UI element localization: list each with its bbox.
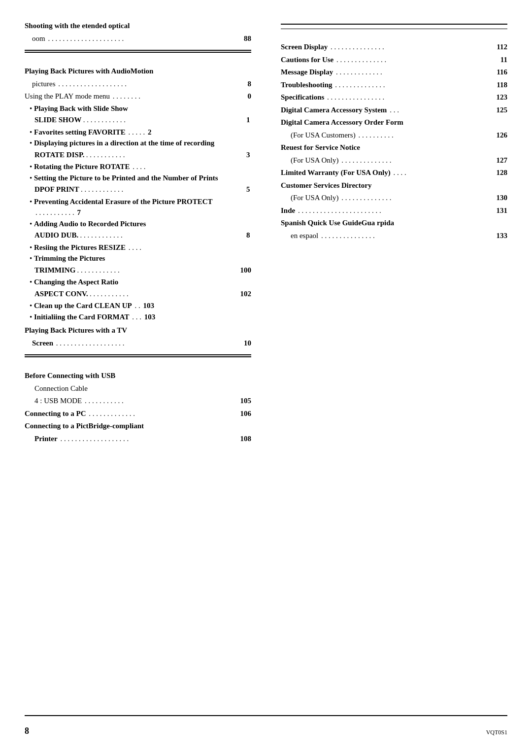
troubleshooting-page: 118 [497,79,507,92]
bullet-dpof: Setting the Picture to be Printed and th… [25,172,251,196]
right-entry-screen-display: Screen Display . . . . . . . . . . . . .… [281,41,507,54]
printer-label: Printer [34,433,58,446]
pictbridge-label: Connecting to a PictBridge-compliant [25,420,144,433]
aspect-dots: . . . . . . . . . . . . [88,288,245,301]
usa-only-1-dots: . . . . . . . . . . . . . . [339,154,497,167]
format-page: 103 [144,313,156,321]
trimming-dots: . . . . . . . . . . . . . [75,264,245,277]
right-entry-cautions: Cautions for Use . . . . . . . . . . . .… [281,54,507,67]
right-entry-inde: Inde . . . . . . . . . . . . . . . . . .… [281,205,507,217]
aspect-page: 102 [245,288,252,301]
accessory-system-dots: . . . [387,104,496,117]
slide-show-dots: . . . . . . . . . . . . . [81,114,251,127]
en-espaol-page: 133 [497,230,508,242]
divider-mid-left [25,354,251,357]
bullet-slide-show-text: Playing Back with Slide Show [34,104,128,112]
page-number: 8 [25,726,29,736]
left-column: Shooting with the etended optical oom . … [25,20,266,450]
bullet-format: Initialiing the Card FORMAT . . . 103 [25,311,251,323]
usa-only-1-label: (For USA Only) [291,154,339,167]
right-entry-usa-only-1: (For USA Only) . . . . . . . . . . . . .… [281,154,507,167]
connecting-pc-dots: . . . . . . . . . . . . . [86,408,240,420]
bullet-aspect-text: Changing the Aspect Ratio [34,278,118,286]
right-entry-specifications: Specifications . . . . . . . . . . . . .… [281,91,507,104]
right-entry-spanish: Spanish Quick Use GuideGua rpida [281,217,507,230]
shooting-section: Shooting with the etended optical oom . … [25,20,251,45]
favorites-page: 2 [148,128,152,136]
right-entry-order-form: Digital Camera Accessory Order Form [281,116,507,129]
bullet-rotate-disp-text: Displaying pictures in a direction at th… [34,139,214,147]
bullet-resize-text: Resiing the Pictures RESIZE [34,243,126,251]
accessory-system-page: 125 [497,104,508,117]
troubleshooting-label: Troubleshooting [281,79,332,92]
slide-show-label: SLIDE SHOW [39,114,81,127]
protect-page: 7 [77,208,81,216]
trimming-page: 100 [245,264,252,277]
rotate-dots: . . . . [132,163,146,171]
message-page: 116 [497,66,507,79]
resize-dots: . . . . [128,243,142,251]
right-divider-top1 [281,24,507,25]
play-mode-entry: Using the PLAY mode menu . . . . . . . .… [25,90,251,103]
connection-cable-label: Connection Cable [34,382,88,395]
audio-dub-dots: . . . . . . . . . . . . . [78,229,251,242]
usb-mode-dots: . . . . . . . . . . . [82,395,240,408]
bullet-protect-text: Preventing Accidental Erasure of the Pic… [34,198,212,206]
bullet-cleanup-text: Clean up the Card CLEAN UP [34,302,132,309]
bullet-aspect: Changing the Aspect Ratio ASPECT CONV. .… [25,276,251,300]
accessory-system-label: Digital Camera Accessory System [281,104,387,117]
connecting-pc-entry: Connecting to a PC . . . . . . . . . . .… [25,408,251,420]
warranty-page: 128 [497,167,508,179]
printer-page: 108 [240,433,252,446]
screen-display-label: Screen Display [281,41,328,54]
screen-display-page: 112 [497,41,507,54]
tv-screen-dots: . . . . . . . . . . . . . . . . . . . [53,337,244,350]
bullet-format-text: Initialiing the Card FORMAT [34,313,129,321]
audio-dub-label: AUDIO DUB. [39,229,78,242]
printer-entry: Printer . . . . . . . . . . . . . . . . … [25,433,251,446]
right-entry-message: Message Display . . . . . . . . . . . . … [281,66,507,79]
bullet-dpof-text: Setting the Picture to be Printed and th… [34,174,218,182]
divider-top-left [25,50,251,53]
connecting-pc-page: 106 [240,408,252,420]
right-entry-service-notice: Reuest for Service Notice [281,141,507,154]
usb-heading: Before Connecting with USB [25,370,251,382]
tv-screen-entry: Screen . . . . . . . . . . . . . . . . .… [25,337,251,350]
bullet-cleanup: Clean up the Card CLEAN UP . . 103 [25,300,251,311]
bullet-protect: Preventing Accidental Erasure of the Pic… [25,196,251,218]
cleanup-page: 103 [143,302,155,309]
aspect-sub: ASPECT CONV. . . . . . . . . . . . . 102 [34,288,251,301]
cautions-label: Cautions for Use [281,54,333,67]
inde-page: 131 [497,205,508,217]
play-mode-page: 0 [248,90,252,103]
tv-entry: Playing Back Pictures with a TV [25,324,251,337]
slide-show-sub: SLIDE SHOW . . . . . . . . . . . . . 1 [34,114,251,127]
specifications-dots: . . . . . . . . . . . . . . . . [324,91,496,104]
dpof-dots: . . . . . . . . . . . . . [79,183,251,196]
bullet-rotate-text: Rotating the Picture ROTATE [34,163,130,171]
printer-dots: . . . . . . . . . . . . . . . . . . . [58,433,240,446]
right-column: Screen Display . . . . . . . . . . . . .… [266,20,507,450]
pictures-page: 8 [248,78,252,91]
screen-display-dots: . . . . . . . . . . . . . . . [328,41,497,54]
audio-motion-label: Playing Back Pictures with AudioMotion [25,65,153,78]
rotate-disp-sub: ROTATE DISP. . . . . . . . . . . . . 3 [34,149,251,162]
specifications-page: 123 [497,91,508,104]
cleanup-dots: . . [134,302,141,309]
aspect-label: ASPECT CONV. [39,288,88,301]
cautions-page: 11 [500,54,507,67]
usb-mode-label: 4 : USB MODE [34,395,82,408]
audio-dub-sub: AUDIO DUB. . . . . . . . . . . . . . 8 [34,229,251,242]
bullet-favorites-text: Favorites setting FAVORITE [34,128,126,136]
oom-page: 88 [244,33,251,45]
usb-mode-entry: 4 : USB MODE . . . . . . . . . . . 105 [25,395,251,408]
pictures-entry: pictures . . . . . . . . . . . . . . . .… [25,78,251,91]
en-espaol-label: en espaol [291,230,318,242]
bullet-slide-show: Playing Back with Slide Show SLIDE SHOW … [25,103,251,127]
bullet-trimming: Trimming the Pictures TRIMMING . . . . .… [25,253,251,276]
usb-section: Before Connecting with USB Connection Ca… [25,370,251,445]
bullet-favorites: Favorites setting FAVORITE . . . . . 2 [25,127,251,138]
cautions-dots: . . . . . . . . . . . . . . [333,54,500,67]
play-mode-label: Using the PLAY mode menu [25,90,110,103]
protect-dots: . . . . . . . . . . . [34,208,75,216]
